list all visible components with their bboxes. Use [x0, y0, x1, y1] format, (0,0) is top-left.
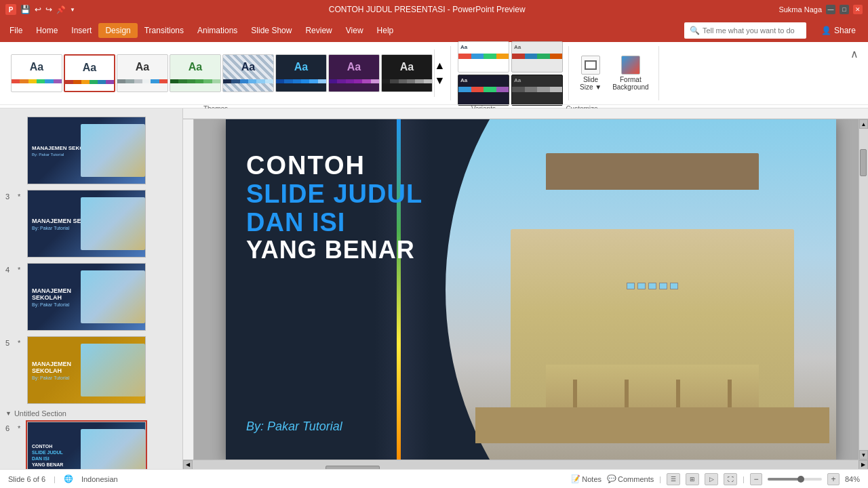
- comments-label: Comments: [618, 475, 654, 483]
- slide-number-6: 6: [5, 424, 15, 432]
- search-icon: 🔍: [690, 26, 700, 35]
- slide-item-prev[interactable]: MANAJEMEN SEKOLAH By: Pakar Tutorial: [0, 114, 182, 187]
- vruler-svg: [183, 119, 194, 460]
- slide-thumb-prev[interactable]: MANAJEMEN SEKOLAH By: Pakar Tutorial: [27, 117, 146, 184]
- scroll-up-button[interactable]: ▲: [859, 119, 868, 129]
- variant-2[interactable]: Aa: [511, 41, 563, 73]
- slide-info: Slide 6 of 6: [8, 475, 45, 483]
- zoom-out-button[interactable]: −: [750, 473, 762, 485]
- search-box[interactable]: 🔍: [684, 22, 806, 39]
- menu-file[interactable]: File: [3, 23, 29, 38]
- menu-animations[interactable]: Animations: [191, 23, 244, 38]
- scroll-thumb[interactable]: [860, 149, 867, 176]
- normal-view-button[interactable]: ☰: [667, 473, 680, 485]
- slide-star-3: *: [18, 192, 24, 201]
- scroll-down-button[interactable]: ▼: [859, 450, 868, 460]
- slide-size-label: SlideSize ▼: [580, 76, 601, 91]
- variant-4[interactable]: Aa: [511, 75, 563, 106]
- quick-access-save[interactable]: 💾: [20, 5, 31, 14]
- quick-access-extra[interactable]: 📌: [56, 5, 66, 14]
- language-indicator: 🌐: [64, 474, 73, 483]
- theme-6[interactable]: Aa: [275, 54, 327, 92]
- statusbar: Slide 6 of 6 | 🌐 Indonesian 📝 Notes 💬 Co…: [0, 469, 868, 488]
- share-icon: 👤: [821, 26, 831, 35]
- menu-home[interactable]: Home: [29, 23, 64, 38]
- comments-button[interactable]: 💬 Comments: [607, 474, 654, 483]
- theme-8[interactable]: Aa: [381, 54, 433, 92]
- reading-view-button[interactable]: ▷: [705, 473, 718, 485]
- slide-number-5: 5: [5, 339, 15, 347]
- horizontal-scrollbar[interactable]: ◀ ▶: [183, 460, 868, 469]
- slide-item-5[interactable]: 5 * MANAJEMENSEKOLAH By: Pakar Tutorial: [0, 333, 182, 407]
- quick-access-undo[interactable]: ↩: [35, 5, 41, 14]
- slideshow-button[interactable]: ⛶: [724, 473, 737, 485]
- titlebar-title: CONTOH JUDUL PRESENTASI - PowerPoint Pre…: [75, 5, 778, 14]
- minimize-button[interactable]: —: [826, 5, 835, 14]
- titlebar: P 💾 ↩ ↪ 📌 ▼ CONTOH JUDUL PRESENTASI - Po…: [0, 0, 868, 19]
- slide-number-3: 3: [5, 192, 15, 201]
- svg-rect-0: [197, 108, 807, 119]
- scroll-left-button[interactable]: ◀: [183, 460, 193, 470]
- share-button[interactable]: 👤 Share: [812, 23, 865, 38]
- customize-buttons: SlideSize ▼ FormatBackground: [576, 53, 653, 94]
- search-input[interactable]: [703, 26, 797, 35]
- slide-text-line4: YANG BENAR: [246, 237, 422, 264]
- format-background-button[interactable]: FormatBackground: [608, 53, 652, 94]
- menu-design[interactable]: Design: [98, 23, 137, 38]
- slide-thumb-6[interactable]: CONTOHSLIDE JUDULDAN ISIYANG BENAR: [27, 422, 146, 469]
- menu-view[interactable]: View: [339, 23, 370, 38]
- language-text: Indonesian: [81, 475, 118, 483]
- status-sep-1: |: [54, 475, 56, 483]
- quick-access-redo[interactable]: ↪: [45, 5, 52, 14]
- maximize-button[interactable]: □: [840, 5, 849, 14]
- variant-3[interactable]: Aa: [458, 75, 509, 106]
- user-name: Sukma Naga: [778, 5, 822, 14]
- menu-help[interactable]: Help: [370, 23, 401, 38]
- slide-sorter-button[interactable]: ⊞: [686, 473, 699, 485]
- slide-item-3[interactable]: 3 * MANAJEMEN SEKOLAH By: Pakar Tutorial: [0, 187, 182, 260]
- theme-7[interactable]: Aa: [328, 54, 380, 92]
- zoom-in-button[interactable]: +: [827, 473, 840, 485]
- titlebar-left: P 💾 ↩ ↪ 📌 ▼: [5, 4, 75, 15]
- notes-icon: 📝: [571, 474, 580, 483]
- vertical-ruler: [183, 119, 194, 460]
- menu-insert[interactable]: Insert: [64, 23, 98, 38]
- close-button[interactable]: ✕: [853, 5, 863, 14]
- notes-button[interactable]: 📝 Notes: [571, 474, 601, 483]
- zoom-handle[interactable]: [797, 476, 804, 483]
- slide-thumb-3[interactable]: MANAJEMEN SEKOLAH By: Pakar Tutorial: [27, 190, 146, 258]
- zoom-level[interactable]: 84%: [845, 475, 860, 483]
- slide-number-4: 4: [5, 266, 15, 274]
- scroll-right-button[interactable]: ▶: [859, 460, 868, 470]
- menu-review[interactable]: Review: [298, 23, 338, 38]
- theme-4[interactable]: Aa: [170, 54, 221, 92]
- variant-1[interactable]: Aa: [458, 41, 509, 73]
- titlebar-right: Sukma Naga — □ ✕: [778, 5, 863, 14]
- zoom-track: [768, 478, 800, 481]
- zoom-slider[interactable]: [768, 478, 822, 481]
- themes-scroll[interactable]: ▲ ▼: [434, 49, 445, 97]
- theme-2[interactable]: Aa: [64, 54, 115, 92]
- quick-access-dropdown[interactable]: ▼: [70, 7, 75, 13]
- main-slide-content[interactable]: CONTOH SLIDE JUDUL DAN ISI YANG BENAR By…: [226, 119, 836, 460]
- theme-1[interactable]: Aa: [11, 54, 62, 92]
- theme-5[interactable]: Aa: [222, 54, 274, 92]
- slide-thumb-4[interactable]: MANAJEMENSEKOLAH By: Pakar Tutorial: [27, 263, 146, 331]
- themes-group: Aa Aa: [5, 46, 451, 100]
- slide-size-button[interactable]: SlideSize ▼: [576, 53, 606, 94]
- slide-item-4[interactable]: 4 * MANAJEMENSEKOLAH By: Pakar Tutorial: [0, 260, 182, 333]
- vertical-scrollbar[interactable]: ▲ ▼: [859, 119, 868, 460]
- theme-3[interactable]: Aa: [117, 54, 168, 92]
- ribbon: Aa Aa: [0, 42, 868, 108]
- slide-text-block: CONTOH SLIDE JUDUL DAN ISI YANG BENAR: [246, 152, 422, 264]
- slide-thumb-5[interactable]: MANAJEMENSEKOLAH By: Pakar Tutorial: [27, 336, 146, 404]
- ribbon-collapse-button[interactable]: ∧: [846, 46, 863, 62]
- menu-slideshow[interactable]: Slide Show: [244, 23, 298, 38]
- hscroll-thumb[interactable]: [326, 466, 380, 470]
- slide-item-6[interactable]: 6 * CONTOHSLIDE JUDULDAN ISIYANG BENAR: [0, 419, 182, 469]
- powerpoint-icon: P: [5, 4, 16, 15]
- menu-transitions[interactable]: Transitions: [138, 23, 191, 38]
- ruler-svg: // will be rendered via JS below: [197, 108, 807, 119]
- notes-label: Notes: [582, 475, 601, 483]
- slide-canvas[interactable]: CONTOH SLIDE JUDUL DAN ISI YANG BENAR By…: [194, 119, 868, 460]
